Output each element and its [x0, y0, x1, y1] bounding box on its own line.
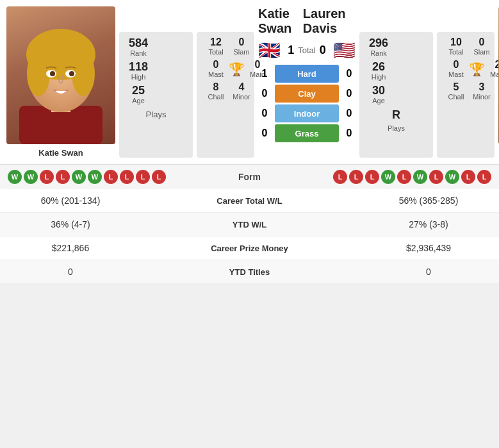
player2-minor-label: Minor [473, 93, 491, 101]
form-badge-l: L [349, 170, 363, 184]
total-p1: 1 [288, 44, 294, 57]
player1-high-row: 118 High [126, 61, 186, 81]
player2-mast-label: Mast [448, 71, 464, 78]
player1-total-cell: 12 Total [203, 37, 229, 56]
form-badge-w: W [24, 170, 38, 184]
hard-row: 1 Hard 0 [258, 65, 356, 83]
player2-minor-cell: 3 Minor [469, 82, 495, 101]
player2-age-row: 30 Age [366, 85, 427, 104]
player2-age-label: Age [372, 97, 385, 104]
player1-age-value: 25 [132, 85, 145, 96]
player1-mast-main-row: 0 Mast 🏆 0 Main [203, 60, 248, 78]
player1-total-slam-row: 12 Total 0 Slam [203, 37, 248, 56]
stat-label: Career Total W/L [141, 189, 358, 213]
player1-high-label: High [131, 73, 146, 81]
form-section: WWLLWWLLLL Form LLLWLWLWLL [0, 164, 499, 189]
center-col: Katie Swan Lauren Davis 🇬🇧 1 Total 0 🇺🇸 … [258, 6, 356, 158]
form-badge-l: L [397, 170, 411, 184]
indoor-row: 0 Indoor 0 [258, 104, 356, 122]
total-p2: 0 [320, 44, 326, 57]
player1-mast-cell: 0 Mast [203, 60, 229, 78]
hard-button[interactable]: Hard [275, 65, 339, 83]
grass-p1: 0 [258, 128, 271, 139]
stat-p2-value: 27% (3-8) [358, 213, 499, 236]
top-section: Katie Swan 584 Rank 118 High 25 Age [0, 0, 499, 164]
indoor-p1: 0 [258, 108, 271, 119]
player2-name-center: Lauren Davis [303, 6, 356, 36]
player1-detail-stats-box: 12 Total 0 Slam 0 Mast 🏆 0 Main [197, 32, 254, 158]
player2-chall-label: Chall [448, 93, 464, 101]
player1-high-value: 118 [129, 61, 148, 72]
player1-chall-minor-row: 8 Chall 4 Minor [203, 82, 248, 101]
stat-p2-value: 56% (365-285) [358, 189, 499, 213]
player2-rank-row: 296 Rank [366, 37, 427, 57]
player1-age-row: 25 Age [126, 85, 186, 104]
hard-p1: 1 [258, 68, 271, 79]
player2-form-badges: LLLWLWLWLL [333, 170, 491, 184]
player2-plays-label: Plays [388, 124, 405, 132]
form-badge-l: L [120, 170, 134, 184]
form-badge-l: L [461, 170, 475, 184]
player1-minor-value: 4 [239, 82, 245, 92]
player1-plays-cell: Plays [126, 108, 186, 120]
player2-total-label: Total [448, 48, 463, 56]
player1-chall-cell: 8 Chall [203, 82, 229, 101]
trophy-icon-right: 🏆 [469, 62, 485, 77]
player2-rank-value: 296 [369, 37, 388, 49]
stat-label: Career Prize Money [141, 236, 358, 260]
grass-button[interactable]: Grass [275, 124, 339, 142]
grass-row: 0 Grass 0 [258, 124, 356, 142]
stats-row: 36% (4-7)YTD W/L27% (3-8) [0, 213, 499, 236]
form-badge-l: L [136, 170, 150, 184]
player1-slam-value: 0 [239, 37, 245, 47]
player2-mast-cell: 0 Mast [443, 60, 469, 78]
player2-detail-stats-box: 10 Total 0 Slam 0 Mast 🏆 2 Main [437, 32, 495, 158]
total-matchup: 1 Total 0 [288, 44, 326, 57]
form-badge-w: W [72, 170, 86, 184]
player1-rank-row: 584 Rank [126, 37, 186, 57]
player2-rank-label: Rank [370, 49, 387, 57]
svg-point-8 [50, 71, 55, 76]
clay-button[interactable]: Clay [275, 85, 339, 103]
player2-chall-minor-row: 5 Chall 3 Minor [443, 82, 488, 101]
form-badge-w: W [88, 170, 102, 184]
total-label: Total [298, 46, 315, 55]
player1-minor-label: Minor [233, 93, 250, 101]
player1-total-label: Total [208, 48, 223, 56]
form-badge-l: L [477, 170, 491, 184]
player1-flag: 🇬🇧 [258, 40, 281, 61]
player1-rank-cell: 584 Rank [126, 37, 151, 57]
left-player-block: Katie Swan [6, 6, 115, 158]
player1-stats-box: 584 Rank 118 High 25 Age Plays [119, 32, 193, 158]
player2-age-cell: 30 Age [366, 85, 391, 104]
clay-p2: 0 [343, 88, 356, 99]
stat-label: YTD Titles [141, 260, 358, 284]
player1-mast-value: 0 [213, 60, 219, 70]
stat-p2-value: $2,936,439 [358, 236, 499, 260]
player1-age-label: Age [132, 97, 145, 104]
form-label: Form [224, 172, 275, 182]
flag-total-row: 🇬🇧 1 Total 0 🇺🇸 [258, 40, 356, 61]
svg-point-9 [69, 71, 74, 76]
names-row: Katie Swan Lauren Davis [258, 6, 356, 36]
player1-age-cell: 25 Age [126, 85, 151, 104]
player1-slam-cell: 0 Slam [229, 37, 254, 56]
form-badge-l: L [365, 170, 379, 184]
indoor-button[interactable]: Indoor [275, 104, 339, 122]
player2-rank-cell: 296 Rank [366, 37, 391, 57]
player1-chall-label: Chall [208, 93, 224, 101]
stats-row: 0YTD Titles0 [0, 260, 499, 284]
form-badge-w: W [445, 170, 459, 184]
player1-rank-label: Rank [130, 49, 147, 57]
player2-age-value: 30 [372, 85, 385, 96]
player1-chall-value: 8 [213, 82, 219, 92]
player2-total-slam-row: 10 Total 0 Slam [443, 37, 488, 56]
player1-form-badges: WWLLWWLLLL [8, 170, 166, 184]
main-container: Katie Swan 584 Rank 118 High 25 Age [0, 0, 499, 284]
player2-flag: 🇺🇸 [333, 40, 356, 61]
stat-p1-value: 60% (201-134) [0, 189, 141, 213]
player2-slam-value: 0 [479, 37, 485, 47]
player2-main-label: Main [490, 71, 499, 78]
hard-p2: 0 [343, 68, 356, 79]
player1-plays-label: Plays [146, 110, 167, 119]
